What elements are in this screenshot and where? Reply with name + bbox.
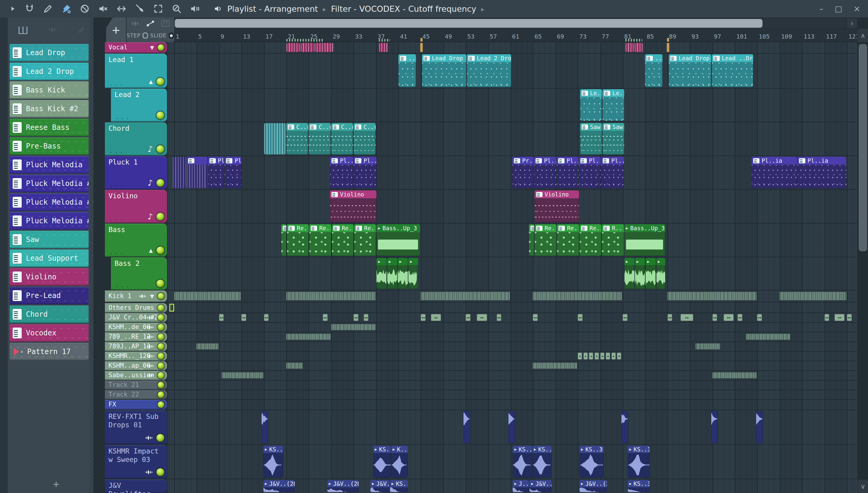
- clip-stm[interactable]: [314, 43, 333, 52]
- close-button[interactable]: ×: [853, 4, 860, 13]
- track-header-fx[interactable]: FX: [105, 400, 167, 409]
- clip-Re..s[interactable]: Re..s: [287, 224, 309, 256]
- track-header-t21[interactable]: Track 21: [105, 381, 167, 390]
- pattern-item[interactable]: Vocodex: [9, 324, 89, 342]
- tool-mute-icon[interactable]: [98, 4, 108, 14]
- clip-crash[interactable]: ▸▸: [623, 314, 628, 321]
- mute-led[interactable]: [158, 305, 164, 311]
- clip-Lead Drop[interactable]: Lead Drop: [422, 54, 466, 87]
- slide-toggle[interactable]: [169, 32, 174, 39]
- step-checkbox[interactable]: [143, 33, 148, 39]
- clip-J&V..(28)[interactable]: ▸J&V..(28): [580, 480, 607, 492]
- track-header-t22[interactable]: Track 22: [105, 390, 167, 399]
- clip-..p[interactable]: ..p: [398, 54, 416, 87]
- clip-J&V..(28)[interactable]: ▸J&V..(28): [529, 480, 551, 492]
- pattern-item[interactable]: Pre-Bass: [9, 137, 89, 155]
- clip-KS..3[interactable]: ▸KS..3: [390, 480, 408, 492]
- clip-crash1[interactable]: ▸: [611, 352, 616, 360]
- mute-led[interactable]: [158, 401, 164, 408]
- tool-preview-icon[interactable]: [190, 4, 200, 14]
- track-options-dots[interactable]: ...: [109, 147, 125, 154]
- mute-led[interactable]: [156, 280, 164, 287]
- clip-crash1[interactable]: ▸: [617, 352, 621, 360]
- pattern-clip-source-icon[interactable]: [161, 20, 170, 27]
- clip-Re..s[interactable]: Re..s: [332, 224, 353, 256]
- clip-crash1[interactable]: ▸: [600, 352, 605, 360]
- pattern-item[interactable]: Lead Support: [9, 250, 89, 267]
- mute-led[interactable]: [156, 179, 164, 187]
- clip-crash[interactable]: ▸▸: [668, 314, 672, 321]
- clip-Pl..3[interactable]: Pl..3: [208, 157, 224, 188]
- scrollbar-handle[interactable]: [175, 19, 762, 28]
- clip-crash[interactable]: ▸▸: [241, 314, 246, 321]
- clip-J&V..(28)[interactable]: ▸J&V..(28): [263, 480, 295, 492]
- mute-led[interactable]: [158, 353, 164, 360]
- track-header-lead2[interactable]: Lead 2...: [111, 89, 167, 122]
- clip-KS..3[interactable]: ▸KS..3: [628, 446, 650, 478]
- clip-Bass..Up_3[interactable]: ▸Bass..Up_3: [376, 224, 420, 256]
- clip-KS..3[interactable]: ▸KS..3: [373, 446, 391, 478]
- clip-ticks[interactable]: [196, 343, 218, 349]
- clip-ticks[interactable]: [286, 292, 375, 300]
- clip-Violino[interactable]: Violino: [535, 190, 579, 222]
- pattern-item[interactable]: Pre-Lead: [9, 287, 89, 304]
- mute-led[interactable]: [158, 391, 164, 398]
- track-header-others[interactable]: Others Drums: [105, 303, 167, 313]
- track-header-sabe[interactable]: Sabe..ussion: [105, 371, 167, 380]
- track-header-lead1[interactable]: Lead 1...▲: [105, 53, 167, 88]
- clip-gwave[interactable]: ▸: [646, 258, 655, 289]
- pattern-item[interactable]: Chord: [9, 305, 89, 323]
- pattern-item[interactable]: Saw: [9, 231, 89, 248]
- clip-KS..3[interactable]: ▸KS..3: [580, 446, 604, 478]
- mute-led[interactable]: [158, 293, 164, 300]
- clip-sub[interactable]: [508, 411, 515, 443]
- clip-crash1[interactable]: ▸: [606, 352, 610, 360]
- tool-play-icon[interactable]: [9, 5, 16, 12]
- tool-zoom-icon[interactable]: [172, 4, 182, 14]
- mute-led[interactable]: [156, 78, 164, 86]
- clip-KS..3[interactable]: ▸KS..3: [533, 446, 551, 478]
- vertical-scrollbar[interactable]: ∧ ∨: [858, 29, 868, 493]
- tool-magnet-icon[interactable]: [24, 4, 35, 14]
- clip-gwave[interactable]: ▸: [408, 258, 418, 289]
- mute-led[interactable]: [158, 324, 164, 330]
- mute-led[interactable]: [158, 343, 164, 350]
- instrument-note-icon[interactable]: ♪: [148, 212, 153, 220]
- clip-Pr..d[interactable]: Pr..d: [512, 157, 534, 188]
- clip-stm[interactable]: [286, 43, 300, 52]
- clip-Re..s[interactable]: Re..s: [354, 224, 376, 256]
- clip-crash[interactable]: ▸▸: [431, 314, 441, 321]
- clip-J&V..(28)[interactable]: ▸J&V..(28): [327, 480, 359, 492]
- track-header-impact[interactable]: KSHMR Impact w Sweep 03: [105, 445, 167, 478]
- clip-crash[interactable]: ▸▸: [533, 314, 538, 321]
- minimize-button[interactable]: –: [820, 4, 823, 13]
- clip-..p[interactable]: ..p: [645, 54, 663, 87]
- track-header-k128[interactable]: KSHMR.._128: [105, 352, 167, 361]
- mute-led[interactable]: [156, 246, 164, 254]
- clip-R..[interactable]: R..: [602, 224, 624, 256]
- clip-crash[interactable]: ▸▸: [578, 314, 583, 321]
- clip-Bass..Up_3[interactable]: ▸Bass..Up_3: [625, 224, 666, 256]
- pattern-item[interactable]: Bass Kick: [9, 81, 89, 99]
- draw-icon[interactable]: [77, 26, 86, 35]
- clip-crash[interactable]: ▸▸: [353, 314, 359, 321]
- clip-C..rd[interactable]: C..rd: [353, 123, 375, 155]
- clip-ticks[interactable]: [286, 363, 303, 369]
- pattern-item[interactable]: Violino: [9, 268, 89, 286]
- clip-Violino[interactable]: Violino: [330, 190, 376, 222]
- tool-delete-icon[interactable]: [80, 4, 90, 14]
- clip-crash[interactable]: ▸▸: [724, 314, 734, 321]
- clip-ticks[interactable]: [533, 363, 577, 369]
- clip-ticks[interactable]: [533, 292, 622, 300]
- clip-crash[interactable]: ▸▸: [497, 314, 501, 321]
- mute-led[interactable]: [156, 434, 164, 442]
- clip-K..[interactable]: ▸K..: [391, 446, 408, 478]
- clip-ticks[interactable]: [222, 372, 263, 379]
- clip-crash[interactable]: ▸▸: [825, 314, 829, 321]
- clip-ticks[interactable]: [331, 324, 375, 330]
- clip-stm[interactable]: [379, 43, 388, 52]
- track-header-ap13[interactable]: 789J..AP_13: [105, 342, 167, 351]
- clip-KS..3[interactable]: ▸KS..3: [513, 446, 531, 478]
- mute-led[interactable]: [156, 468, 164, 476]
- track-options-dots[interactable]: ...: [115, 113, 131, 121]
